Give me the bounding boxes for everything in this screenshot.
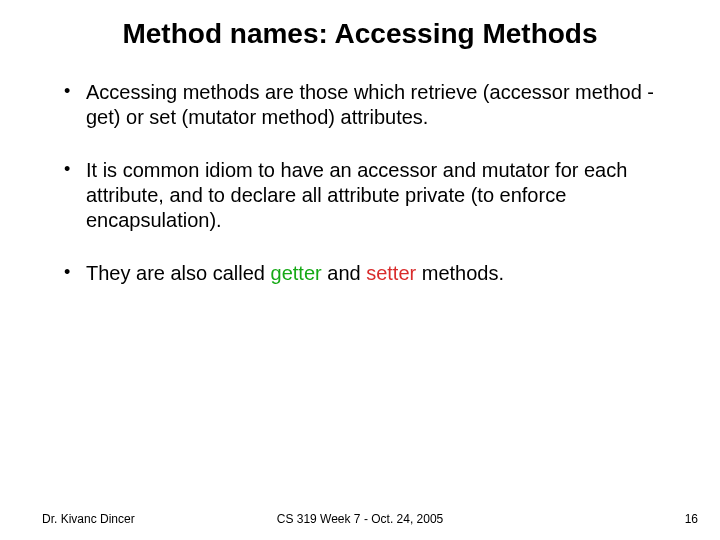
bullet-item: Accessing methods are those which retrie…	[60, 80, 670, 130]
setter-word: setter	[366, 262, 416, 284]
bullet-text-and: and	[322, 262, 366, 284]
bullet-text: Accessing methods are those which retrie…	[86, 81, 654, 128]
bullet-item: They are also called getter and setter m…	[60, 261, 670, 286]
getter-word: getter	[271, 262, 322, 284]
bullet-text-post: methods.	[416, 262, 504, 284]
footer-page-number: 16	[685, 512, 698, 526]
bullet-text: It is common idiom to have an accessor a…	[86, 159, 627, 231]
bullet-list: Accessing methods are those which retrie…	[60, 80, 670, 286]
slide: Method names: Accessing Methods Accessin…	[0, 0, 720, 540]
slide-title: Method names: Accessing Methods	[0, 18, 720, 50]
bullet-item: It is common idiom to have an accessor a…	[60, 158, 670, 233]
bullet-text-pre: They are also called	[86, 262, 271, 284]
footer-course: CS 319 Week 7 - Oct. 24, 2005	[0, 512, 720, 526]
slide-body: Accessing methods are those which retrie…	[60, 80, 670, 314]
